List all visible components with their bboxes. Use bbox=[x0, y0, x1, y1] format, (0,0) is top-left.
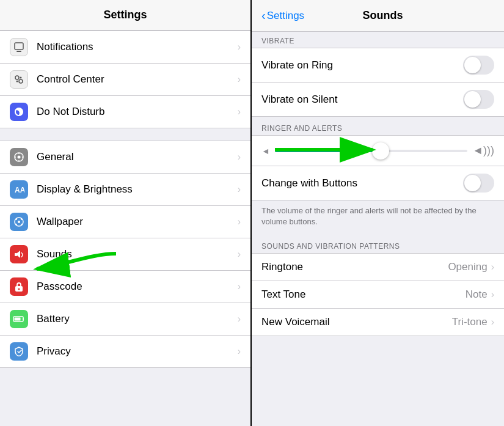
general-label: General bbox=[37, 151, 238, 163]
new-voicemail-label: New Voicemail bbox=[261, 316, 452, 328]
svg-point-3 bbox=[19, 79, 23, 83]
svg-point-7 bbox=[18, 156, 21, 159]
sounds-header: ‹ Settings Sounds bbox=[252, 0, 504, 32]
sidebar-item-display[interactable]: AA Display & Brightness › bbox=[0, 174, 250, 206]
passcode-chevron: › bbox=[238, 281, 241, 292]
change-with-buttons-toggle[interactable] bbox=[463, 174, 494, 193]
privacy-label: Privacy bbox=[37, 345, 238, 358]
sounds-page-title: Sounds bbox=[308, 9, 458, 22]
right-arrow bbox=[269, 128, 391, 171]
change-with-buttons-label: Change with Buttons bbox=[261, 177, 463, 189]
vibrate-on-silent-toggle[interactable] bbox=[463, 90, 494, 109]
svg-point-4 bbox=[20, 77, 22, 79]
control-center-label: Control Center bbox=[37, 73, 238, 86]
dnd-icon bbox=[10, 103, 28, 121]
vibrate-on-ring-toggle[interactable] bbox=[463, 56, 494, 75]
svg-point-16 bbox=[21, 219, 22, 220]
change-with-buttons-row: Change with Buttons bbox=[252, 166, 504, 200]
notifications-icon bbox=[10, 38, 28, 56]
general-icon bbox=[10, 148, 28, 166]
display-label: Display & Brightness bbox=[37, 183, 238, 196]
control-center-chevron: › bbox=[238, 74, 241, 85]
patterns-section-header: SOUNDS AND VIBRATION PATTERNS bbox=[252, 235, 504, 253]
svg-point-15 bbox=[16, 219, 17, 220]
vibrate-group: Vibrate on Ring Vibrate on Silent bbox=[252, 48, 504, 117]
settings-group-1: Notifications › Control Center › bbox=[0, 31, 250, 128]
text-tone-label: Text Tone bbox=[261, 288, 466, 301]
display-icon: AA bbox=[10, 180, 28, 199]
text-tone-value: Note bbox=[466, 288, 488, 301]
battery-label: Battery bbox=[37, 313, 238, 325]
sidebar-item-battery[interactable]: Battery › bbox=[0, 303, 250, 336]
sidebar-item-notifications[interactable]: Notifications › bbox=[0, 31, 250, 64]
new-voicemail-row[interactable]: New Voicemail Tri-tone › bbox=[252, 309, 504, 336]
svg-rect-23 bbox=[15, 318, 21, 321]
settings-sidebar: Settings Notifications › bbox=[0, 0, 252, 426]
battery-chevron: › bbox=[238, 314, 241, 325]
change-with-buttons-thumb bbox=[464, 175, 481, 191]
wallpaper-icon bbox=[10, 213, 28, 231]
back-label: Settings bbox=[267, 10, 304, 22]
vibrate-on-ring-label: Vibrate on Ring bbox=[261, 59, 463, 72]
privacy-icon bbox=[10, 342, 28, 361]
sidebar-item-do-not-disturb[interactable]: Do Not Disturb › bbox=[0, 96, 250, 128]
notifications-chevron: › bbox=[238, 42, 241, 53]
display-chevron: › bbox=[238, 184, 241, 195]
sounds-chevron: › bbox=[238, 249, 241, 260]
svg-text:AA: AA bbox=[15, 186, 24, 194]
dnd-label: Do Not Disturb bbox=[37, 106, 238, 118]
sidebar-item-control-center[interactable]: Control Center › bbox=[0, 64, 250, 96]
vibrate-on-ring-row: Vibrate on Ring bbox=[252, 48, 504, 83]
left-arrow bbox=[12, 241, 134, 290]
settings-header: Settings bbox=[0, 0, 250, 31]
control-center-icon bbox=[10, 70, 28, 89]
text-tone-row[interactable]: Text Tone Note › bbox=[252, 281, 504, 309]
svg-rect-1 bbox=[16, 51, 21, 52]
vibrate-section-header: VIBRATE bbox=[252, 32, 504, 48]
ringtone-row[interactable]: Ringtone Opening › bbox=[252, 254, 504, 281]
ringtone-value: Opening bbox=[448, 261, 487, 273]
battery-icon bbox=[10, 310, 28, 328]
sidebar-item-privacy[interactable]: Privacy › bbox=[0, 336, 250, 367]
sidebar-item-wallpaper[interactable]: Wallpaper › bbox=[0, 206, 250, 238]
vibrate-on-silent-row: Vibrate on Silent bbox=[252, 83, 504, 116]
svg-point-5 bbox=[16, 81, 18, 83]
new-voicemail-chevron: › bbox=[491, 317, 494, 328]
notifications-label: Notifications bbox=[37, 41, 238, 53]
back-button[interactable]: ‹ Settings bbox=[261, 9, 304, 23]
new-voicemail-value: Tri-tone bbox=[452, 316, 488, 328]
ringtone-chevron: › bbox=[491, 262, 494, 273]
vibrate-on-silent-label: Vibrate on Silent bbox=[261, 94, 463, 106]
svg-rect-0 bbox=[15, 43, 23, 50]
back-chevron-icon: ‹ bbox=[261, 9, 266, 23]
vibrate-on-ring-thumb bbox=[464, 57, 481, 73]
settings-title: Settings bbox=[10, 9, 241, 21]
dnd-chevron: › bbox=[238, 106, 241, 117]
ringtone-label: Ringtone bbox=[261, 261, 448, 273]
general-chevron: › bbox=[238, 152, 241, 163]
wallpaper-label: Wallpaper bbox=[37, 216, 238, 228]
svg-point-14 bbox=[18, 221, 20, 223]
volume-high-icon: ◄))) bbox=[472, 144, 494, 157]
vibrate-on-silent-thumb bbox=[464, 91, 481, 108]
ringer-note: The volume of the ringer and alerts will… bbox=[252, 200, 504, 235]
patterns-group: Ringtone Opening › Text Tone Note › New … bbox=[252, 253, 504, 336]
svg-point-2 bbox=[15, 76, 19, 79]
privacy-chevron: › bbox=[238, 346, 241, 357]
sidebar-item-general[interactable]: General › bbox=[0, 141, 250, 174]
svg-point-17 bbox=[16, 224, 17, 225]
text-tone-chevron: › bbox=[491, 289, 494, 300]
sounds-detail-panel: ‹ Settings Sounds VIBRATE Vibrate on Rin… bbox=[252, 0, 504, 426]
svg-point-18 bbox=[21, 224, 22, 225]
wallpaper-chevron: › bbox=[238, 216, 241, 227]
